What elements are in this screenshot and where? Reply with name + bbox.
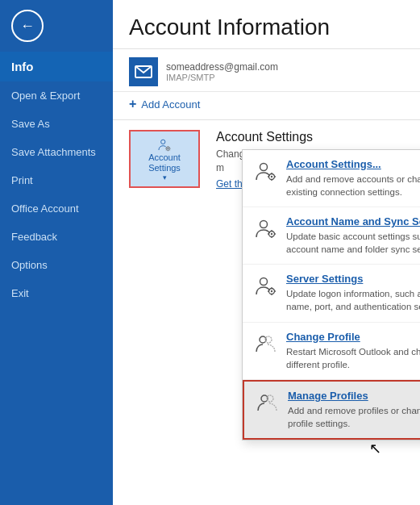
account-settings-item-text: Account Settings... Add and remove accou… (286, 158, 420, 198)
acct-settings-btn-label: Account Settings ▾ (148, 152, 181, 182)
dropdown-item-server-settings[interactable]: Server Settings Update logon information… (243, 265, 420, 322)
dropdown-item-title: Account Name and Sync Settings (286, 215, 420, 227)
dropdown-item-title: Change Profile (286, 331, 420, 343)
sidebar-item-label: Exit (11, 287, 29, 299)
account-settings-dropdown: Account Settings... Add and remove accou… (242, 149, 420, 440)
sidebar-item-label: Save Attachments (11, 146, 96, 158)
svg-point-21 (271, 233, 272, 235)
server-settings-item-text: Server Settings Update logon information… (286, 273, 420, 313)
dropdown-item-desc: Update logon information, such as server… (286, 287, 420, 313)
dropdown-item-desc: Update basic account settings such as ac… (286, 230, 420, 256)
svg-line-10 (169, 147, 170, 148)
main-content: Account Information someaddress@gmail.co… (113, 0, 420, 505)
sidebar-item-label: Info (11, 60, 34, 73)
sidebar-item-label: Options (11, 259, 48, 271)
server-settings-icon (254, 274, 278, 298)
account-settings-btn-subtext: Settings (148, 163, 181, 173)
svg-point-12 (260, 164, 268, 171)
page-title: Account Information (113, 0, 420, 49)
add-account-label: Add Account (141, 98, 200, 111)
sidebar-item-open-export[interactable]: Open & Export (0, 81, 113, 110)
change-profile-icon (254, 332, 278, 357)
name-sync-icon (254, 217, 278, 241)
change-profile-item-text: Change Profile Restart Microsoft Outlook… (286, 331, 420, 371)
svg-point-1 (161, 140, 165, 144)
sidebar-item-save-as[interactable]: Save As (0, 110, 113, 138)
sidebar-item-exit[interactable]: Exit (0, 279, 113, 307)
dropdown-item-desc: Restart Microsoft Outlook and choose a d… (286, 345, 420, 371)
dropdown-item-title: Server Settings (286, 273, 420, 285)
dropdown-item-title: Account Settings... (286, 158, 420, 170)
manage-profiles-item-text: Manage Profiles Add and remove profiles … (288, 390, 420, 430)
account-settings-title: Account Settings (216, 130, 404, 144)
sidebar-item-save-attachments[interactable]: Save Attachments (0, 138, 113, 166)
svg-point-19 (260, 221, 268, 228)
account-settings-button[interactable]: Account Settings ▾ (129, 130, 200, 188)
svg-point-28 (271, 290, 272, 292)
sidebar-item-label: Print (11, 174, 33, 186)
sidebar-item-options[interactable]: Options (0, 251, 113, 279)
dropdown-item-manage-profiles[interactable]: Manage Profiles Add and remove profiles … (243, 380, 420, 440)
caret-down-icon: ▾ (163, 173, 167, 182)
plus-icon: + (129, 97, 136, 111)
sidebar-item-print[interactable]: Print (0, 166, 113, 194)
svg-line-11 (166, 150, 167, 151)
dropdown-item-desc: Add and remove accounts or change existi… (286, 173, 420, 198)
sidebar-item-label: Office Account (11, 202, 79, 215)
cursor-pointer: ↖ (369, 440, 381, 457)
name-sync-item-text: Account Name and Sync Settings Update ba… (286, 215, 420, 256)
dropdown-item-change-profile[interactable]: Change Profile Restart Microsoft Outlook… (243, 323, 420, 380)
manage-profiles-icon (256, 391, 280, 415)
sidebar-item-label: Save As (11, 118, 50, 130)
account-bar: someaddress@gmail.com IMAP/SMTP (113, 49, 420, 92)
back-button[interactable]: ← (11, 10, 44, 42)
dropdown-item-desc: Add and remove profiles or change existi… (288, 404, 420, 430)
svg-line-9 (169, 150, 170, 151)
account-info: someaddress@gmail.com IMAP/SMTP (166, 61, 278, 82)
email-icon (129, 57, 158, 86)
dropdown-item-title: Manage Profiles (288, 390, 420, 402)
sidebar-item-label: Open & Export (11, 90, 80, 102)
sidebar-item-label: Feedback (11, 231, 57, 243)
account-email: someaddress@gmail.com (166, 61, 278, 73)
back-icon: ← (20, 18, 35, 35)
sidebar-item-info[interactable]: Info (0, 52, 113, 81)
account-settings-dropdown-icon (254, 160, 278, 184)
account-settings-btn-text: Account (148, 152, 181, 163)
dropdown-item-account-settings[interactable]: Account Settings... Add and remove accou… (243, 150, 420, 207)
svg-point-14 (271, 176, 272, 177)
add-account-button[interactable]: + Add Account (113, 92, 420, 120)
dropdown-item-name-sync[interactable]: Account Name and Sync Settings Update ba… (243, 207, 420, 265)
svg-line-8 (166, 147, 167, 148)
person-gear-icon (152, 138, 177, 152)
envelope-svg (135, 65, 152, 78)
sidebar-item-feedback[interactable]: Feedback (0, 223, 113, 251)
account-type: IMAP/SMTP (166, 73, 278, 82)
sidebar: ← Info Open & Export Save As Save Attach… (0, 0, 113, 505)
svg-point-26 (260, 278, 268, 286)
sidebar-item-office-account[interactable]: Office Account (0, 194, 113, 223)
svg-point-3 (168, 148, 169, 149)
